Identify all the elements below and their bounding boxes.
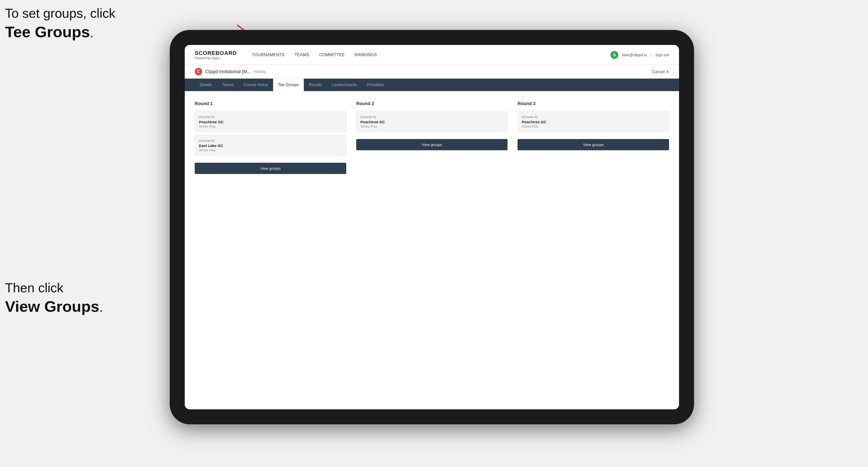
tablet-screen: SCOREBOARD Powered by clippd TOURNAMENTS…	[185, 45, 679, 409]
clippd-icon: C	[195, 68, 202, 75]
round-3-course-a-label: (Course A)	[522, 115, 665, 119]
tab-leaderboards[interactable]: Leaderboards	[327, 79, 362, 91]
nav-right: B blair@clippd.io | Sign out	[610, 51, 669, 59]
user-avatar: B	[610, 51, 618, 59]
user-email: blair@clippd.io	[622, 53, 647, 57]
round-2-course-a-format: Stroke Play	[361, 125, 503, 128]
tab-teams[interactable]: Teams	[217, 79, 239, 91]
round-2-column: Round 2 (Course A) Peachtree GC Stroke P…	[356, 101, 508, 174]
round-1-view-groups-button[interactable]: View groups	[195, 163, 346, 174]
round-1-course-b-name: East Lake GC	[199, 144, 342, 148]
sub-header-left: C Clippd Invitational (M... Hosting	[195, 68, 266, 75]
round-1-course-a-name: Peachtree GC	[199, 120, 342, 124]
tablet-device: SCOREBOARD Powered by clippd TOURNAMENTS…	[170, 30, 694, 424]
tab-tee-groups[interactable]: Tee Groups	[273, 79, 304, 91]
instruction-bottom: Then click View Groups.	[5, 280, 103, 316]
instruction-view-groups: View Groups	[5, 298, 99, 315]
round-1-course-b-format: Stroke Play	[199, 148, 342, 152]
logo-area: SCOREBOARD Powered by clippd	[195, 50, 237, 60]
tab-details[interactable]: Details	[195, 79, 217, 91]
nav-links: TOURNAMENTS TEAMS COMMITTEE RANKINGS	[252, 53, 611, 57]
tab-course-setup[interactable]: Course Setup	[239, 79, 273, 91]
tab-printables[interactable]: Printables	[362, 79, 390, 91]
nav-committee[interactable]: COMMITTEE	[319, 53, 344, 57]
cancel-button[interactable]: Cancel ✕	[652, 69, 669, 74]
round-2-course-a-name: Peachtree GC	[361, 120, 503, 124]
round-1-course-a-format: Stroke Play	[199, 125, 342, 128]
round-3-view-groups-button[interactable]: View groups	[518, 139, 669, 150]
sub-header: C Clippd Invitational (M... Hosting Canc…	[185, 65, 679, 79]
instruction-bottom-line1: Then click	[5, 281, 63, 295]
round-2-course-a-label: (Course A)	[361, 115, 503, 119]
round-1-course-a-card: (Course A) Peachtree GC Stroke Play	[195, 111, 346, 132]
tab-bar: Details Teams Course Setup Tee Groups Re…	[185, 79, 679, 91]
round-3-course-a-card: (Course A) Peachtree GC Stroke Play	[518, 111, 669, 132]
hosting-badge: Hosting	[254, 70, 266, 74]
round-1-course-a-label: (Course A)	[199, 115, 342, 119]
round-3-title: Round 3	[518, 101, 669, 106]
round-1-title: Round 1	[195, 101, 346, 106]
instruction-period-top: .	[90, 26, 93, 40]
tournament-title: Clippd Invitational (M...	[205, 69, 251, 74]
logo-text: SCOREBOARD	[195, 50, 237, 56]
instruction-top-line1: To set groups, click	[5, 6, 115, 21]
sign-out-link[interactable]: Sign out	[655, 53, 669, 57]
round-3-course-a-format: Stroke Play	[522, 125, 665, 128]
round-3-column: Round 3 (Course A) Peachtree GC Stroke P…	[518, 101, 669, 174]
round-1-course-b-card: (Course B) East Lake GC Stroke Play	[195, 135, 346, 156]
round-1-column: Round 1 (Course A) Peachtree GC Stroke P…	[195, 101, 346, 174]
logo-sub: Powered by clippd	[195, 56, 237, 60]
main-content: Round 1 (Course A) Peachtree GC Stroke P…	[185, 91, 679, 409]
nav-tournaments[interactable]: TOURNAMENTS	[252, 53, 285, 57]
nav-teams[interactable]: TEAMS	[294, 53, 309, 57]
tab-results[interactable]: Results	[304, 79, 327, 91]
round-3-course-a-name: Peachtree GC	[522, 120, 665, 124]
instruction-period-bottom: .	[99, 300, 103, 314]
instruction-top: To set groups, click Tee Groups.	[5, 5, 115, 42]
nav-rankings[interactable]: RANKINGS	[354, 53, 377, 57]
round-2-course-a-card: (Course A) Peachtree GC Stroke Play	[356, 111, 508, 132]
rounds-container: Round 1 (Course A) Peachtree GC Stroke P…	[195, 101, 669, 174]
round-2-title: Round 2	[356, 101, 508, 106]
round-1-course-b-label: (Course B)	[199, 139, 342, 143]
round-2-view-groups-button[interactable]: View groups	[356, 139, 508, 150]
top-navigation: SCOREBOARD Powered by clippd TOURNAMENTS…	[185, 45, 679, 65]
instruction-tee-groups: Tee Groups	[5, 23, 90, 40]
